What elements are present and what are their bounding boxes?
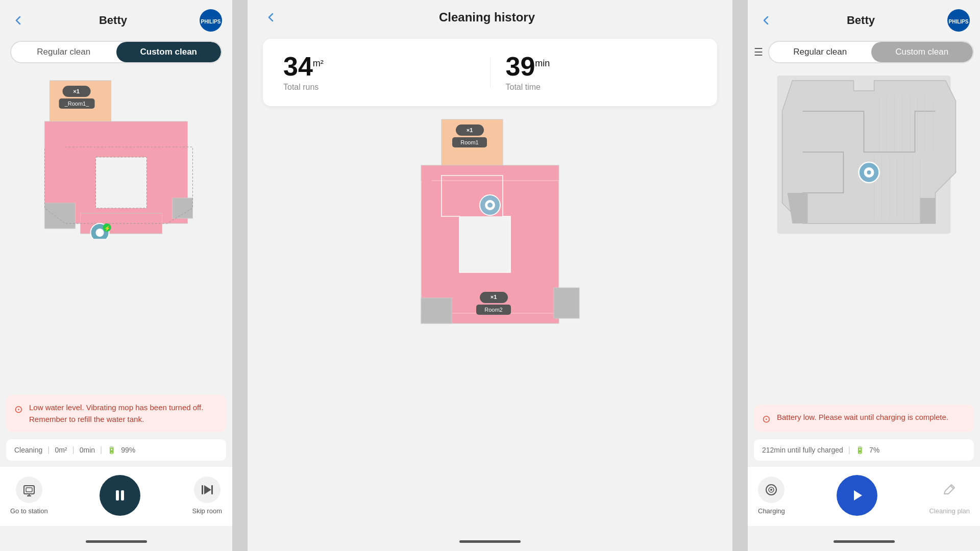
charging-button[interactable]: Charging (758, 477, 785, 515)
skip-label: Skip room (192, 507, 222, 515)
svg-rect-24 (26, 488, 32, 492)
svg-rect-28 (121, 490, 124, 500)
right-map (753, 70, 975, 400)
svg-text:Room1: Room1 (460, 139, 478, 145)
time-value: 0min (80, 446, 95, 454)
regular-clean-btn-left[interactable]: Regular clean (11, 42, 116, 62)
right-map-svg (753, 70, 975, 239)
svg-rect-23 (24, 486, 34, 494)
battery-icon-left: 🔋 (107, 446, 116, 454)
divider-right (732, 0, 748, 551)
alert-text-left: Low water level. Vibrating mop has been … (29, 402, 218, 425)
custom-clean-btn-left[interactable]: Custom clean (116, 42, 222, 62)
svg-rect-45 (421, 298, 452, 323)
charging-label: Charging (758, 507, 785, 515)
svg-rect-27 (116, 490, 119, 500)
left-status-bar: Cleaning | 0m² | 0min | 🔋 99% (6, 439, 226, 461)
play-button[interactable] (837, 475, 877, 516)
station-label: Go to station (10, 507, 48, 515)
charging-icon (764, 483, 778, 497)
svg-point-70 (770, 489, 772, 491)
home-bar-middle (459, 540, 521, 543)
charging-time-label: 212min until fully charged (762, 446, 843, 454)
middle-panel: Cleaning history 34m² Total runs 39min T… (248, 0, 732, 551)
home-bar-right (834, 540, 895, 543)
skip-icon-wrap (194, 477, 220, 503)
alert-icon-right: ⊙ (762, 413, 771, 425)
left-panel: Betty PHILIPS Regular clean Custom clean (0, 0, 232, 551)
svg-point-67 (867, 170, 871, 174)
svg-text:×1: ×1 (73, 88, 80, 94)
total-time-stat: 39min Total time (506, 53, 697, 92)
right-alert: ⊙ Battery low. Please wait until chargin… (754, 405, 974, 432)
skip-icon (200, 483, 214, 497)
station-icon (22, 483, 36, 497)
svg-rect-46 (554, 288, 579, 318)
middle-title: Cleaning history (279, 10, 695, 24)
middle-header: Cleaning history (248, 0, 732, 31)
svg-text:×1: ×1 (467, 127, 473, 133)
right-title: Betty (774, 14, 947, 27)
battery-value: 99% (121, 446, 135, 454)
right-bottom-controls: Charging Cleaning plan (748, 467, 980, 526)
go-to-station-button[interactable]: Go to station (10, 477, 48, 515)
svg-text:_Room1_: _Room1_ (64, 101, 90, 107)
left-map-svg: ×1 _Room1_ ×1 Room2 ⚡ ×1 Room2 (5, 70, 227, 239)
left-header: Betty PHILIPS (0, 0, 232, 37)
regular-clean-btn-right[interactable]: Regular clean (769, 42, 871, 62)
svg-point-44 (487, 203, 493, 208)
area-value: 0m² (55, 446, 67, 454)
battery-icon-right: 🔋 (855, 446, 864, 454)
svg-text:×1: ×1 (491, 294, 497, 300)
svg-rect-33 (459, 216, 510, 272)
left-back-button[interactable] (10, 12, 27, 29)
total-runs-label: Total runs (283, 83, 475, 92)
total-time-value: 39min (506, 53, 697, 80)
skip-room-button[interactable]: Skip room (192, 477, 222, 515)
middle-map-svg: ×1 Room1 ×1 Room2 (248, 114, 732, 339)
svg-text:PHILIPS: PHILIPS (949, 19, 969, 24)
alert-text-right: Battery low. Please wait until charging … (777, 412, 948, 423)
right-back-button[interactable] (758, 12, 774, 29)
svg-rect-7 (173, 198, 193, 218)
cleaning-label: Cleaning (14, 446, 42, 454)
middle-back-button[interactable] (263, 9, 279, 26)
right-toggle: Regular clean Custom clean (768, 41, 974, 63)
left-alert: ⊙ Low water level. Vibrating mop has bee… (6, 395, 226, 432)
svg-text:PHILIPS: PHILIPS (201, 19, 221, 24)
total-runs-value: 34m² (283, 53, 475, 80)
right-panel: Betty PHILIPS ☰ Regular clean Custom cle… (748, 0, 980, 551)
svg-rect-4 (96, 157, 147, 208)
cleaning-plan-button[interactable]: Cleaning plan (929, 477, 970, 515)
right-header: Betty PHILIPS (748, 0, 980, 37)
menu-icon-right[interactable]: ☰ (754, 46, 763, 58)
stat-divider (490, 57, 491, 88)
left-toggle: Regular clean Custom clean (10, 41, 222, 63)
svg-rect-30 (211, 485, 213, 494)
svg-text:Room2: Room2 (484, 307, 502, 313)
svg-rect-29 (202, 485, 203, 494)
pause-icon (112, 487, 128, 504)
alert-icon-left: ⊙ (14, 403, 23, 415)
charging-icon-wrap (758, 477, 785, 503)
edit-icon-wrap (936, 477, 963, 503)
custom-clean-btn-right[interactable]: Custom clean (871, 42, 973, 62)
total-runs-stat: 34m² Total runs (283, 53, 475, 92)
stats-card: 34m² Total runs 39min Total time (263, 39, 717, 106)
battery-percent-right: 7% (869, 446, 879, 454)
left-bottom-controls: Go to station Skip room (0, 467, 232, 526)
philips-logo-right: PHILIPS (947, 9, 970, 32)
cleaning-plan-label: Cleaning plan (929, 507, 970, 515)
svg-rect-6 (45, 203, 76, 229)
station-icon-wrap (16, 477, 42, 503)
right-toggle-row: ☰ Regular clean Custom clean (754, 41, 974, 63)
total-time-label: Total time (506, 83, 697, 92)
home-bar-left (86, 540, 147, 543)
divider-left (232, 0, 248, 551)
svg-text:⚡: ⚡ (104, 225, 111, 232)
charging-status-bar: 212min until fully charged | 🔋 7% (754, 439, 974, 461)
pause-button[interactable] (100, 475, 140, 516)
left-map: ×1 _Room1_ ×1 Room2 ⚡ ×1 Room2 (5, 70, 227, 391)
edit-icon (942, 483, 957, 497)
play-icon (849, 487, 865, 504)
